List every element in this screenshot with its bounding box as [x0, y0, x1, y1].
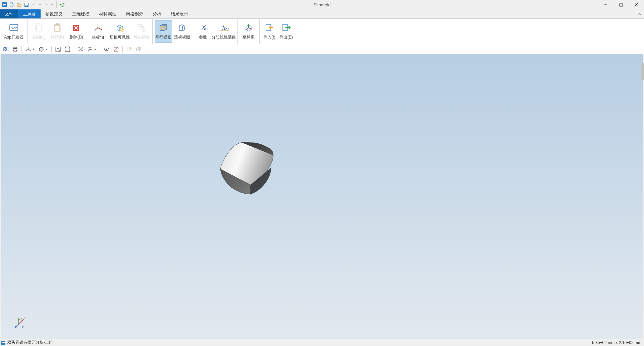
- svg-text:(t): (t): [205, 26, 208, 30]
- redo-icon[interactable]: [43, 2, 49, 8]
- toggle-visibility-button[interactable]: 切换可见性: [108, 20, 131, 43]
- tab-material[interactable]: 材料属性: [94, 9, 121, 18]
- ribbon-group-coord: 坐标系: [238, 19, 260, 44]
- delete-button[interactable]: 删除(D): [67, 20, 85, 43]
- axis-x-label: x: [24, 317, 26, 320]
- export-button[interactable]: 导出(E): [278, 20, 294, 43]
- app-developer-button[interactable]: APP App开发器: [2, 20, 25, 43]
- parallel-view-icon: [158, 22, 169, 33]
- minimize-button[interactable]: [598, 0, 613, 9]
- dropdown-arrow-icon[interactable]: ▾: [33, 48, 36, 51]
- axis-button[interactable]: 坐标轴: [89, 20, 107, 43]
- paste-button: 粘贴(P): [49, 20, 66, 43]
- zoom-box-icon[interactable]: [54, 45, 62, 54]
- import-label: 导入(I): [263, 34, 275, 40]
- coord-sys-label: 坐标系: [243, 34, 255, 40]
- svg-point-21: [142, 28, 145, 31]
- axis-small-icon[interactable]: [24, 45, 33, 54]
- svg-text:+: +: [12, 4, 14, 7]
- selectable-icon: [136, 22, 147, 33]
- undo-icon[interactable]: [31, 2, 37, 8]
- param-label: 参数: [199, 34, 207, 40]
- tab-mesh[interactable]: 网格剖分: [121, 9, 148, 18]
- rotate-view-icon[interactable]: [86, 45, 94, 54]
- save-icon[interactable]: [23, 2, 30, 8]
- new-file-icon[interactable]: +: [9, 2, 15, 8]
- entity-icon-1[interactable]: [125, 45, 133, 54]
- 3d-viewport[interactable]: y x z: [1, 54, 643, 339]
- ribbon-group-func: X(t) 参数 f(x) 分段线性函数: [193, 19, 238, 44]
- open-file-icon[interactable]: [16, 2, 22, 8]
- app-title: Simdroid: [313, 2, 330, 7]
- close-button[interactable]: [629, 0, 644, 9]
- undo-dropdown-icon[interactable]: [38, 2, 42, 8]
- entity-icon-2[interactable]: [134, 45, 143, 54]
- refresh-dropdown-icon[interactable]: [67, 2, 70, 8]
- print-icon[interactable]: [11, 45, 19, 54]
- param-button[interactable]: X(t) 参数: [195, 20, 211, 43]
- collapse-ribbon-icon[interactable]: [637, 11, 641, 17]
- tab-home[interactable]: 主屏幕: [18, 9, 41, 18]
- 3d-model[interactable]: [217, 141, 277, 201]
- import-button[interactable]: 导入(I): [262, 20, 277, 43]
- param-icon: X(t): [198, 22, 208, 33]
- svg-rect-5: [25, 5, 28, 6]
- forbidden-icon[interactable]: [37, 45, 46, 54]
- dropdown-arrow-icon[interactable]: ▾: [46, 48, 49, 51]
- tab-analysis[interactable]: 分析: [148, 9, 166, 18]
- copy-label: 复制(C): [32, 34, 46, 40]
- separator: [74, 46, 74, 53]
- camera-icon[interactable]: [1, 45, 10, 54]
- svg-rect-4: [25, 3, 28, 5]
- app-developer-icon: APP: [8, 22, 19, 33]
- section-icon[interactable]: [112, 45, 120, 54]
- quick-access-toolbar: +: [0, 1, 70, 8]
- measure-icon[interactable]: [76, 45, 85, 54]
- status-left: 双头圆锥有限元分析-三维: [1, 340, 53, 345]
- separator: [51, 46, 52, 53]
- delete-icon: [71, 22, 82, 33]
- tab-file[interactable]: 文件: [0, 9, 18, 18]
- svg-rect-33: [14, 50, 16, 51]
- axis-triad-icon: y x z: [13, 316, 27, 329]
- separator: [122, 46, 123, 53]
- separator: [21, 46, 22, 53]
- svg-rect-14: [56, 23, 59, 25]
- svg-rect-15: [55, 26, 59, 31]
- side-panel-handle[interactable]: [641, 63, 644, 80]
- tab-results[interactable]: 结果展示: [166, 9, 193, 18]
- axis-z-label: z: [22, 325, 24, 329]
- refresh-icon[interactable]: [59, 2, 65, 8]
- svg-marker-51: [18, 318, 20, 320]
- piecewise-icon: f(x): [218, 22, 229, 33]
- eye-icon[interactable]: [102, 45, 111, 54]
- coord-sys-button[interactable]: 坐标系: [240, 20, 257, 43]
- svg-rect-19: [138, 24, 142, 27]
- redo-dropdown-icon[interactable]: [50, 2, 54, 8]
- ribbon-group-projection: 平行视图 透视视图: [153, 19, 193, 44]
- svg-rect-8: [620, 4, 623, 6]
- paste-icon: [52, 22, 63, 33]
- coord-sys-icon: [243, 22, 254, 33]
- maximize-button[interactable]: [613, 0, 629, 9]
- zoom-extents-icon[interactable]: [63, 45, 72, 54]
- piecewise-label: 分段线性函数: [212, 34, 236, 40]
- parallel-view-button[interactable]: 平行视图: [155, 20, 172, 43]
- selectable-button: 可选择性: [133, 20, 150, 43]
- export-icon: [281, 22, 291, 33]
- svg-rect-12: [37, 25, 41, 31]
- svg-rect-30: [4, 47, 6, 48]
- tab-params[interactable]: 参数定义: [41, 9, 67, 18]
- piecewise-button[interactable]: f(x) 分段线性函数: [212, 20, 235, 43]
- parallel-view-label: 平行视图: [155, 34, 171, 40]
- perspective-view-button[interactable]: 透视视图: [173, 20, 191, 43]
- svg-point-17: [97, 27, 99, 28]
- tab-3dmodel[interactable]: 三维建模: [67, 9, 94, 18]
- svg-point-41: [106, 49, 107, 50]
- svg-line-43: [114, 47, 118, 51]
- toggle-visibility-label: 切换可见性: [110, 34, 130, 40]
- svg-line-35: [40, 48, 43, 51]
- app-logo-icon[interactable]: [1, 2, 7, 8]
- axis-label: 坐标轴: [92, 34, 104, 40]
- dropdown-arrow-icon[interactable]: ▾: [95, 48, 98, 51]
